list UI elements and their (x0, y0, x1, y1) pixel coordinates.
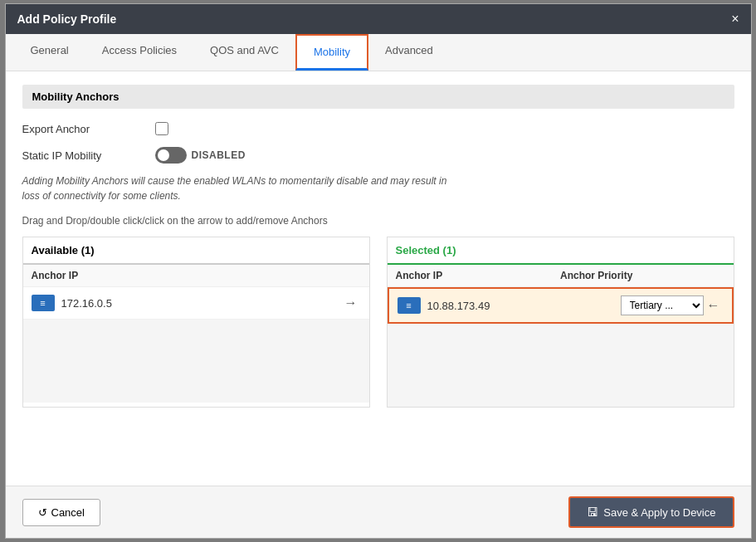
modal-body: Mobility Anchors Export Anchor Static IP… (6, 71, 751, 486)
cancel-label: Cancel (51, 506, 85, 519)
available-empty (23, 320, 369, 403)
available-item-0[interactable]: 172.16.0.5 → (23, 287, 369, 320)
static-ip-toggle[interactable] (155, 147, 187, 164)
save-icon: 🖫 (587, 505, 598, 519)
tab-mobility[interactable]: Mobility (295, 34, 368, 71)
available-anchor-ip-col: Anchor IP (32, 270, 361, 281)
selected-anchor-priority-col: Anchor Priority (560, 270, 725, 281)
tab-access-policies[interactable]: Access Policies (85, 34, 193, 71)
device-icon-selected-0 (398, 297, 421, 314)
modal-overlay: Add Policy Profile × General Access Poli… (0, 0, 756, 542)
tabs-bar: General Access Policies QOS and AVC Mobi… (6, 34, 751, 71)
modal: Add Policy Profile × General Access Poli… (5, 3, 752, 539)
static-ip-label: Static IP Mobility (22, 149, 155, 162)
selected-empty (388, 324, 734, 407)
toggle-state-label: DISABLED (192, 149, 246, 161)
available-panel: Available (1) Anchor IP 172.16.0.5 → (22, 237, 370, 408)
drag-hint: Drag and Drop/double click/click on the … (22, 215, 734, 227)
export-anchor-row: Export Anchor (22, 120, 734, 137)
export-anchor-label: Export Anchor (22, 123, 155, 135)
selected-columns: Anchor IP Anchor Priority (388, 265, 734, 287)
export-anchor-checkbox[interactable] (155, 122, 168, 135)
lists-container: Available (1) Anchor IP 172.16.0.5 → Sel… (22, 237, 734, 408)
modal-header: Add Policy Profile × (6, 4, 751, 34)
available-ip-0: 172.16.0.5 (61, 297, 341, 310)
cancel-icon: ↺ (38, 506, 47, 519)
static-ip-row: Static IP Mobility DISABLED (22, 145, 734, 165)
close-button[interactable]: × (731, 12, 739, 26)
selected-ip-0: 10.88.173.49 (427, 300, 621, 312)
tab-advanced[interactable]: Advanced (368, 34, 450, 71)
move-right-button-0[interactable]: → (341, 294, 361, 312)
info-text: Adding Mobility Anchors will cause the e… (22, 173, 454, 203)
modal-title: Add Policy Profile (17, 12, 117, 26)
selected-panel: Selected (1) Anchor IP Anchor Priority 1… (387, 237, 734, 408)
available-columns: Anchor IP (23, 265, 369, 287)
tab-general[interactable]: General (14, 34, 85, 71)
selected-anchor-ip-col: Anchor IP (396, 270, 561, 281)
cancel-button[interactable]: ↺ Cancel (22, 499, 100, 526)
priority-select-0[interactable]: Primary Secondary Tertiary ... Quaternar… (621, 295, 704, 315)
selected-panel-header: Selected (1) (388, 237, 734, 265)
move-left-button-0[interactable]: ← (704, 296, 724, 315)
available-panel-header: Available (1) (23, 237, 369, 265)
device-icon-available-0 (32, 295, 55, 311)
toggle-container: DISABLED (155, 147, 246, 164)
save-apply-button[interactable]: 🖫 Save & Apply to Device (568, 496, 734, 528)
save-label: Save & Apply to Device (603, 506, 715, 519)
selected-item-0[interactable]: 10.88.173.49 Primary Secondary Tertiary … (388, 287, 734, 324)
tab-qos-avc[interactable]: QOS and AVC (193, 34, 295, 71)
section-header: Mobility Anchors (22, 85, 734, 109)
modal-footer: ↺ Cancel 🖫 Save & Apply to Device (6, 486, 751, 538)
